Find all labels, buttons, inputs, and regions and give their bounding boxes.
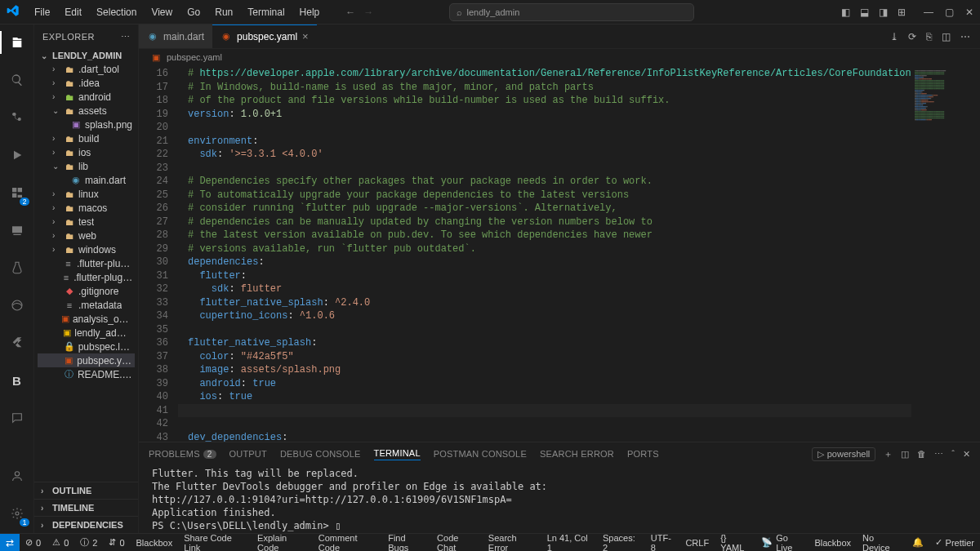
code-line[interactable]: color: "#42a5f5" [178,350,911,364]
remote-indicator[interactable]: ⇄ [0,534,20,552]
nav-back-icon[interactable]: ← [345,7,355,18]
maximize-button[interactable]: ▢ [945,7,954,18]
link[interactable]: https://developer.apple.com/library/arch… [199,68,911,79]
tree-item-web[interactable]: ›🖿web [38,229,135,242]
tree-item--gitignore[interactable]: ◆.gitignore [38,284,135,298]
close-button[interactable]: ✕ [965,7,973,18]
code-line[interactable]: image: assets/splash.png [178,363,911,377]
tree-item-windows[interactable]: ›🖿windows [38,242,135,256]
shell-select[interactable]: ▷ powershell [812,447,876,461]
extensions-icon[interactable]: 2 [0,181,34,204]
minimap[interactable]: ████████████████████████████████████████… [911,65,980,442]
menu-help[interactable]: Help [293,3,327,21]
tab-pubspec-yaml[interactable]: ◉pubspec.yaml× [212,24,317,48]
menu-go[interactable]: Go [180,3,207,21]
minimize-button[interactable]: — [924,7,933,18]
status-no-device[interactable]: No Device [857,533,906,552]
explorer-icon[interactable] [0,31,34,54]
tree-item--dart-tool[interactable]: ›🖿.dart_tool [38,62,135,76]
code-line[interactable] [178,323,911,337]
menu-selection[interactable]: Selection [90,3,143,21]
nav-forward-icon[interactable]: → [363,7,373,18]
status-bell[interactable]: 🔔 [906,537,929,548]
code-line[interactable]: flutter_native_splash: [178,336,911,350]
status-ln-41--col-1[interactable]: Ln 41, Col 1 [541,533,597,552]
folder-root[interactable]: ⌄ LENDLY_ADMIN [34,49,138,62]
tree-item-lib[interactable]: ⌄🖿lib [38,159,135,173]
tree-item-analysis-options-y---[interactable]: ▣analysis_options.y... [38,312,135,326]
menu-edit[interactable]: Edit [58,3,88,21]
code-line[interactable]: # of the product and file versions while… [178,94,911,108]
code-line[interactable]: # versions available, run `flutter pub o… [178,242,911,256]
status-utf-8[interactable]: UTF-8 [645,533,680,552]
chat-icon[interactable] [0,407,34,429]
code-line[interactable]: # To automatically upgrade your package … [178,189,911,202]
more-icon[interactable]: ⋯ [960,31,970,42]
panel-tab-terminal[interactable]: TERMINAL [374,448,421,460]
code-line[interactable] [178,162,911,176]
download-icon[interactable]: ⤓ [890,31,898,42]
close-icon[interactable]: × [302,30,309,42]
tree-item--idea[interactable]: ›🖿.idea [38,76,135,90]
run-debug-icon[interactable] [0,144,34,167]
panel-tab-postman-console[interactable]: POSTMAN CONSOLE [434,449,527,459]
source-control-icon[interactable] [0,106,34,129]
menu-run[interactable]: Run [208,3,239,21]
tree-item-splash-png[interactable]: ▣splash.png [38,118,135,131]
new-terminal-icon[interactable]: ＋ [884,448,893,460]
status-code-chat[interactable]: Code Chat [431,533,483,552]
panel-tab-debug-console[interactable]: DEBUG CONSOLE [280,449,361,459]
code-line[interactable] [178,404,911,418]
code-line[interactable]: # Dependencies specify other packages th… [178,175,911,189]
tree-item-test[interactable]: ›🖿test [38,215,135,229]
status-0[interactable]: ⚠0 [47,537,74,548]
status-explain-code[interactable]: Explain Code [252,533,313,552]
code-line[interactable]: ios: true [178,390,911,404]
code-line[interactable]: android: true [178,377,911,391]
code-line[interactable]: version: 1.0.0+1 [178,108,911,122]
more-icon[interactable]: ⋯ [934,449,943,460]
status-find-bugs[interactable]: Find Bugs [382,533,431,552]
code-line[interactable]: environment: [178,135,911,149]
section-timeline[interactable]: ›TIMELINE [34,499,138,516]
tree-item-assets[interactable]: ⌄🖿assets [38,104,135,118]
status-search-error[interactable]: Search Error [483,533,541,552]
tree-item-readme-md[interactable]: ⓘREADME.md [38,367,135,381]
tree-item-android[interactable]: ›🖿android [38,90,135,104]
code-line[interactable]: dependencies: [178,256,911,269]
close-panel-icon[interactable]: ✕ [963,449,970,460]
code-line[interactable]: # dependencies can be manually updated b… [178,216,911,229]
status-0[interactable]: ⊘0 [20,537,47,548]
status-comment-code[interactable]: Comment Code [313,533,382,552]
breadcrumb[interactable]: ▣ pubspec.yaml [139,49,980,65]
code-line[interactable]: # the latest version available on pub.de… [178,229,911,242]
account-icon[interactable] [0,464,34,487]
maximize-panel-icon[interactable]: ˆ [951,449,955,459]
code-line[interactable]: flutter_native_splash: ^2.4.0 [178,296,911,310]
settings-icon[interactable]: 1 [0,502,34,525]
panel-tab-problems[interactable]: PROBLEMS2 [149,449,216,459]
section-outline[interactable]: ›OUTLINE [34,482,138,499]
code-line[interactable] [178,417,911,431]
split-terminal-icon[interactable]: ◫ [901,449,909,460]
status-2[interactable]: ⓘ2 [74,536,103,549]
terminal-output[interactable]: Flutter. This tag will be replaced.The F… [139,465,980,533]
blackbox-b-icon[interactable]: B [0,369,34,392]
menu-file[interactable]: File [28,3,56,21]
status-0[interactable]: ⇵0 [103,537,130,548]
status-spaces--2[interactable]: Spaces: 2 [597,533,645,552]
testing-icon[interactable] [0,256,34,279]
code-editor[interactable]: # https://developer.apple.com/library/ar… [178,65,911,442]
search-icon[interactable] [0,69,34,91]
status----yaml[interactable]: {} YAML [715,533,755,552]
panel-tab-output[interactable]: OUTPUT [229,449,267,459]
code-line[interactable]: sdk: flutter [178,282,911,296]
code-line[interactable]: flutter: [178,269,911,283]
tab-main-dart[interactable]: ◉main.dart [139,24,212,48]
tree-item-pubspec-yaml[interactable]: ▣pubspec.yaml [38,353,135,367]
tree-item--flutter-plugins[interactable]: ≡.flutter-plugins [38,256,135,270]
status-share-code-link[interactable]: Share Code Link [178,533,252,552]
flutter-icon[interactable] [0,331,34,354]
tree-item-build[interactable]: ›🖿build [38,131,135,145]
refresh-icon[interactable]: ⟳ [908,31,916,42]
